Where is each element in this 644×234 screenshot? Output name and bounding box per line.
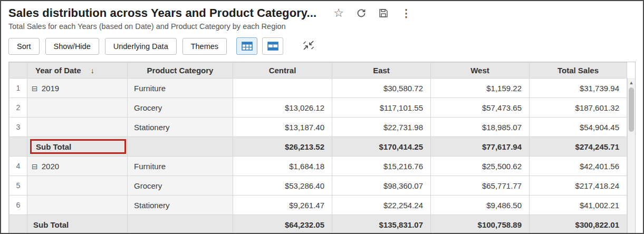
header-row: Year of Date↓ Product Category Central E… bbox=[9, 63, 627, 79]
collapse-columns-icon bbox=[302, 39, 315, 54]
east-value: $98,360.07 bbox=[332, 176, 431, 196]
east-value: $15,216.76 bbox=[332, 157, 431, 176]
row-number: 3 bbox=[9, 118, 27, 137]
collapse-icon[interactable]: ⊟ bbox=[32, 162, 38, 171]
category-cell bbox=[128, 137, 233, 157]
header: Sales distribution across Years and Prod… bbox=[8, 6, 636, 20]
total-sales-value: $42,401.56 bbox=[530, 157, 627, 176]
row-number bbox=[9, 137, 27, 157]
column-header-west[interactable]: West bbox=[431, 63, 530, 79]
sort-descending-icon[interactable]: ↓ bbox=[91, 66, 94, 75]
table-row[interactable]: 1 ⊟2019 Furniture $30,580.72 $1,159.22 $… bbox=[9, 79, 627, 98]
table-row[interactable]: 4 ⊟2020 Furniture $1,684.18 $15,216.76 $… bbox=[9, 157, 627, 176]
central-value: $9,261.47 bbox=[233, 196, 332, 215]
east-value: $22,731.98 bbox=[332, 118, 431, 137]
year-cell bbox=[27, 98, 128, 118]
collapse-icon[interactable]: ⊟ bbox=[32, 84, 38, 93]
west-value: $1,159.22 bbox=[431, 79, 530, 98]
report-page: Sales distribution across Years and Prod… bbox=[0, 0, 644, 234]
row-number: 1 bbox=[9, 79, 27, 98]
table-row[interactable]: 6 Stationery $9,261.47 $22,254.24 $9,486… bbox=[9, 196, 627, 215]
column-header-total-sales[interactable]: Total Sales bbox=[530, 63, 627, 79]
central-value: $26,213.52 bbox=[233, 137, 332, 157]
table-view-button[interactable] bbox=[236, 37, 257, 55]
row-number: 4 bbox=[9, 157, 27, 176]
category-cell: Furniture bbox=[128, 79, 233, 98]
west-value: $77,617.94 bbox=[431, 137, 530, 157]
subtotal-label-cell: Sub Total bbox=[27, 137, 128, 157]
sort-button[interactable]: Sort bbox=[8, 38, 40, 55]
east-value: $22,254.24 bbox=[332, 196, 431, 215]
east-value: $30,580.72 bbox=[332, 79, 431, 98]
total-sales-value: $54,904.45 bbox=[530, 118, 627, 137]
summary-view-icon bbox=[267, 42, 278, 51]
east-value: $170,414.25 bbox=[332, 137, 431, 157]
table-view-icon bbox=[242, 42, 253, 51]
year-cell bbox=[27, 176, 128, 196]
total-sales-value: $41,002.21 bbox=[530, 196, 627, 215]
west-value: $25,500.62 bbox=[431, 157, 530, 176]
west-value: $65,771.77 bbox=[431, 176, 530, 196]
subtotal-row[interactable]: Sub Total $64,232.05 $135,831.07 $100,75… bbox=[9, 215, 627, 234]
category-cell: Stationery bbox=[128, 118, 233, 137]
show-hide-button[interactable]: Show/Hide bbox=[45, 38, 99, 55]
column-label: Year of Date bbox=[35, 66, 81, 75]
row-number: 6 bbox=[9, 196, 27, 215]
east-value: $117,101.55 bbox=[332, 98, 431, 118]
central-value: $53,286.40 bbox=[233, 176, 332, 196]
west-value: $57,473.65 bbox=[431, 98, 530, 118]
category-cell bbox=[128, 215, 233, 234]
total-sales-value: $217,418.24 bbox=[530, 176, 627, 196]
more-options-icon[interactable]: ⋮ bbox=[401, 8, 411, 18]
table-row[interactable]: 2 Grocery $13,026.12 $117,101.55 $57,473… bbox=[9, 98, 627, 118]
subtotal-label: Sub Total bbox=[36, 142, 71, 151]
scroll-up-icon[interactable]: ▲ bbox=[628, 78, 635, 85]
subtotal-row[interactable]: Sub Total $26,213.52 $170,414.25 $77,617… bbox=[9, 137, 627, 157]
table-row[interactable]: 5 Grocery $53,286.40 $98,360.07 $65,771.… bbox=[9, 176, 627, 196]
total-sales-value: $187,601.32 bbox=[530, 98, 627, 118]
annotation-highlight: Sub Total bbox=[30, 139, 126, 154]
save-icon[interactable] bbox=[379, 8, 388, 18]
category-cell: Grocery bbox=[128, 98, 233, 118]
category-cell: Furniture bbox=[128, 157, 233, 176]
west-value: $9,486.50 bbox=[431, 196, 530, 215]
page-title: Sales distribution across Years and Prod… bbox=[8, 6, 316, 20]
year-cell bbox=[27, 118, 128, 137]
refresh-icon[interactable] bbox=[357, 8, 366, 18]
row-number: 2 bbox=[9, 98, 27, 118]
scrollbar-thumb[interactable] bbox=[629, 87, 634, 132]
year-cell: ⊟2019 bbox=[27, 79, 128, 98]
east-value: $135,831.07 bbox=[332, 215, 431, 234]
column-header-central[interactable]: Central bbox=[233, 63, 332, 79]
central-value: $13,026.12 bbox=[233, 98, 332, 118]
central-value: $1,684.18 bbox=[233, 157, 332, 176]
total-sales-value: $300,822.01 bbox=[530, 215, 627, 234]
west-value: $100,758.89 bbox=[431, 215, 530, 234]
toolbar: Sort Show/Hide Underlying Data Themes bbox=[8, 37, 636, 55]
column-header-east[interactable]: East bbox=[332, 63, 431, 79]
year-value: 2019 bbox=[42, 84, 59, 93]
category-cell: Stationery bbox=[128, 196, 233, 215]
column-header-product-category[interactable]: Product Category bbox=[128, 63, 233, 79]
pivot-table-container: Year of Date↓ Product Category Central E… bbox=[8, 62, 636, 234]
themes-button[interactable]: Themes bbox=[182, 38, 227, 55]
central-value: $13,187.40 bbox=[233, 118, 332, 137]
row-number bbox=[9, 215, 27, 234]
year-cell bbox=[27, 196, 128, 215]
page-subtitle: Total Sales for each Years (based on Dat… bbox=[8, 22, 636, 31]
table-row[interactable]: 3 Stationery $13,187.40 $22,731.98 $18,9… bbox=[9, 118, 627, 137]
west-value: $18,985.07 bbox=[431, 118, 530, 137]
summary-view-button[interactable] bbox=[262, 37, 283, 55]
underlying-data-button[interactable]: Underlying Data bbox=[105, 38, 177, 55]
year-value: 2020 bbox=[42, 162, 59, 171]
row-number: 5 bbox=[9, 176, 27, 196]
year-cell: ⊟2020 bbox=[27, 157, 128, 176]
favorite-star-icon[interactable]: ☆ bbox=[333, 7, 344, 19]
category-cell: Grocery bbox=[128, 176, 233, 196]
central-value bbox=[233, 79, 332, 98]
central-value: $64,232.05 bbox=[233, 215, 332, 234]
vertical-scrollbar[interactable]: ▲ bbox=[627, 78, 635, 234]
collapse-columns-button[interactable] bbox=[300, 37, 318, 55]
column-header-year-of-date[interactable]: Year of Date↓ bbox=[27, 63, 128, 79]
total-sales-value: $31,739.94 bbox=[530, 79, 627, 98]
